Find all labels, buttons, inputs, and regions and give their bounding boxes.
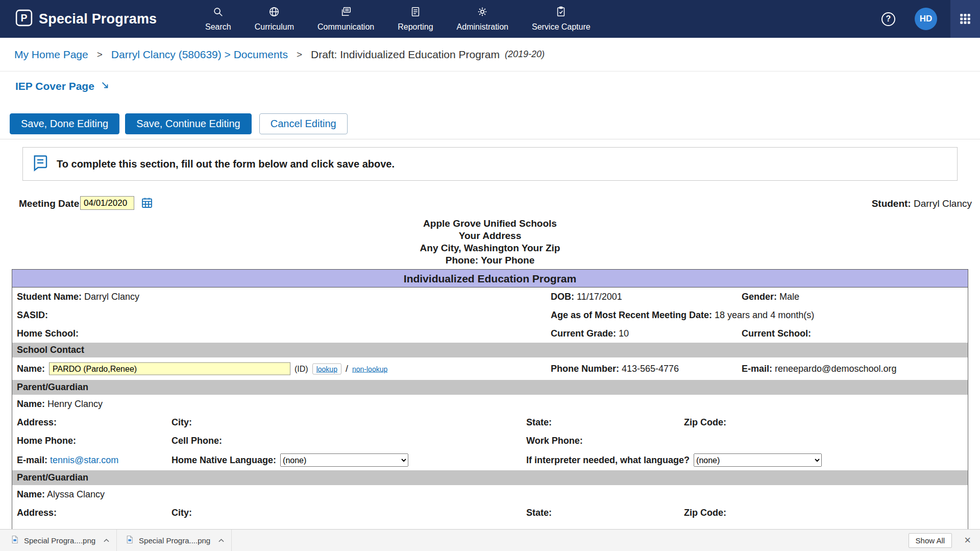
gear-icon: [477, 6, 488, 19]
school-name: Apple Grove Unified Schools: [0, 218, 980, 230]
nav-item-administration[interactable]: Administration: [457, 6, 508, 32]
table-row: Name: Henry Clancy: [12, 395, 968, 413]
field-label: Home Phone:: [17, 436, 76, 446]
breadcrumb-separator: >: [97, 49, 103, 60]
save-done-button[interactable]: Save, Done Editing: [10, 113, 119, 134]
chevron-up-icon[interactable]: [104, 538, 109, 542]
download-filename: Special Progra....png: [139, 536, 210, 545]
field-label: City:: [172, 508, 192, 518]
table-row: Address: City: State: Zip Code:: [12, 413, 968, 432]
field-value: 413-565-4776: [622, 364, 679, 374]
table-row: Home Phone: Cell Phone: Work Phone:: [12, 432, 968, 450]
parent1-address-field: Address:: [17, 417, 57, 428]
downloads-bar-right: Show All ×: [909, 533, 980, 548]
table-row: Name: (ID) lookup / non-lookup Phone Num…: [12, 357, 968, 380]
nav-label: Curriculum: [255, 22, 294, 32]
meeting-date-input[interactable]: [80, 196, 134, 210]
table-row: SASID: Age as of Most Recent Meeting Dat…: [12, 306, 968, 324]
download-item[interactable]: Special Progra....png: [117, 530, 232, 551]
parent1-email-field: E-mail: tennis@star.com: [17, 455, 118, 466]
breadcrumb: My Home Page > Darryl Clancy (580639) > …: [0, 38, 980, 71]
avatar[interactable]: HD: [915, 8, 937, 30]
main-nav: Search Curriculum Communication: [205, 0, 591, 38]
app-brand[interactable]: P Special Programs: [15, 9, 157, 29]
nav-label: Search: [205, 22, 231, 32]
nav-item-curriculum[interactable]: Curriculum: [255, 6, 294, 32]
svg-text:P: P: [20, 12, 27, 23]
nav-item-communication[interactable]: Communication: [317, 6, 374, 32]
save-continue-button[interactable]: Save, Continue Editing: [125, 113, 251, 134]
app-logo-icon: P: [15, 9, 33, 29]
edit-toolbar: Save, Done Editing Save, Continue Editin…: [10, 113, 980, 134]
school-header: Apple Grove Unified Schools Your Address…: [0, 218, 980, 267]
cancel-editing-button[interactable]: Cancel Editing: [259, 113, 348, 134]
toolbar-divider: [0, 139, 980, 139]
curriculum-icon: [268, 6, 280, 19]
nav-label: Reporting: [398, 22, 433, 32]
nav-label: Service Capture: [532, 22, 591, 32]
table-row: Home School: Current Grade: 10 Current S…: [12, 324, 968, 343]
meeting-date-label: Meeting Date:: [19, 198, 83, 209]
form-icon: [31, 154, 50, 174]
download-item[interactable]: Special Progra....png: [2, 530, 117, 551]
student-indicator: Student: Darryl Clancy: [872, 198, 972, 209]
home-language-select[interactable]: (none): [280, 453, 408, 467]
chevron-up-icon[interactable]: [218, 538, 224, 542]
help-icon[interactable]: ?: [881, 12, 895, 26]
parent2-name-field: Name: Alyssa Clancy: [17, 489, 105, 500]
close-icon[interactable]: ×: [964, 535, 971, 546]
apps-grid-icon[interactable]: [950, 0, 980, 38]
notice-banner: To complete this section, fill out the f…: [22, 147, 958, 181]
section-parent-guardian-1: Parent/Guardian: [12, 380, 968, 395]
field-value: 11/17/2001: [577, 292, 622, 302]
calendar-icon[interactable]: [141, 197, 153, 211]
parent1-state-field: State:: [526, 417, 552, 428]
lookup-link[interactable]: lookup: [312, 363, 341, 374]
field-label: Current School:: [742, 328, 811, 339]
field-label: Current Grade:: [551, 328, 616, 339]
field-label: Name:: [17, 489, 45, 499]
gender-field: Gender: Male: [742, 292, 799, 302]
field-label: Address:: [17, 417, 57, 427]
contact-name-field: Name: (ID) lookup / non-lookup: [17, 363, 387, 375]
parent2-address-field: Address:: [17, 508, 57, 518]
breadcrumb-documents-link[interactable]: Darryl Clancy (580639) > Documents: [111, 49, 288, 61]
dob-field: DOB: 11/17/2001: [551, 292, 622, 302]
nav-item-service-capture[interactable]: Service Capture: [532, 6, 591, 32]
section-jump-icon[interactable]: [101, 81, 110, 92]
show-all-button[interactable]: Show All: [909, 533, 952, 548]
school-city: Any City, Washington Your Zip: [0, 242, 980, 254]
nav-item-reporting[interactable]: Reporting: [398, 6, 433, 32]
parent-email-link[interactable]: tennis@star.com: [50, 455, 118, 465]
parent1-cell-phone-field: Cell Phone:: [172, 436, 222, 446]
breadcrumb-current: Draft: Individualized Education Program: [311, 49, 500, 61]
non-lookup-link[interactable]: non-lookup: [352, 365, 387, 373]
field-value: Alyssa Clancy: [47, 489, 105, 499]
field-label: SASID:: [17, 310, 48, 320]
file-icon: [10, 535, 19, 546]
table-row: E-mail: tennis@star.com Home Native Lang…: [12, 450, 968, 470]
notice-text: To complete this section, fill out the f…: [57, 158, 395, 170]
contact-name-input[interactable]: [49, 363, 290, 375]
field-label: State:: [526, 417, 552, 427]
page-title: IEP Cover Page: [15, 80, 94, 92]
field-label: DOB:: [551, 292, 574, 302]
field-label: Work Phone:: [526, 436, 583, 446]
field-label: Zip Code:: [684, 417, 726, 427]
current-grade-field: Current Grade: 10: [551, 328, 629, 339]
field-value: 18 years and 4 month(s): [715, 310, 814, 320]
contact-email-field: E-mail: reneepardo@demoschool.org: [742, 364, 896, 374]
parent1-work-phone-field: Work Phone:: [526, 436, 583, 446]
interpreter-language-select[interactable]: (none): [694, 453, 822, 467]
table-row: Student Name: Darryl Clancy DOB: 11/17/2…: [12, 288, 968, 306]
school-phone: Phone: Your Phone: [0, 254, 980, 267]
field-label: If interpreter needed, what language?: [526, 455, 690, 466]
parent1-home-phone-field: Home Phone:: [17, 436, 76, 446]
field-label: Name:: [17, 399, 45, 409]
breadcrumb-home-link[interactable]: My Home Page: [14, 49, 88, 61]
nav-item-search[interactable]: Search: [205, 6, 231, 32]
id-label: (ID): [295, 364, 308, 373]
avatar-initials: HD: [920, 14, 933, 24]
field-label: Address:: [17, 508, 57, 518]
field-value: 10: [619, 328, 629, 339]
